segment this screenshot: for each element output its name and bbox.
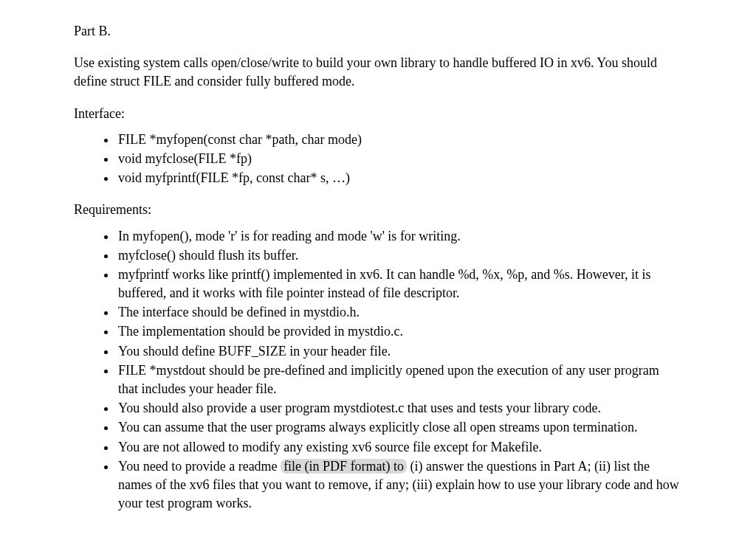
highlighted-text: file (in PDF format) to [281, 459, 407, 474]
list-item: You are not allowed to modify any existi… [117, 438, 682, 457]
list-item: You need to provide a readme file (in PD… [117, 457, 682, 513]
list-item: void myfprintf(FILE *fp, const char* s, … [117, 169, 682, 187]
list-item: In myfopen(), mode 'r' is for reading an… [117, 227, 682, 246]
list-item: You should also provide a user program m… [117, 399, 682, 418]
list-item: The interface should be defined in mystd… [117, 303, 682, 322]
list-item: myfprintf works like printf() implemente… [117, 266, 682, 302]
final-item-prefix: You need to provide a readme [118, 459, 281, 474]
list-item: You can assume that the user programs al… [117, 418, 682, 437]
interface-list: FILE *myfopen(const char *path, char mod… [74, 131, 682, 188]
list-item: You should define BUFF_SIZE in your head… [117, 342, 682, 361]
list-item: The implementation should be provided in… [117, 322, 682, 341]
list-item: FILE *myfopen(const char *path, char mod… [117, 131, 682, 149]
list-item: void myfclose(FILE *fp) [117, 150, 682, 168]
interface-heading: Interface: [74, 105, 682, 123]
list-item: myfclose() should flush its buffer. [117, 246, 682, 265]
requirements-heading: Requirements: [74, 201, 682, 219]
list-item: FILE *mystdout should be pre-defined and… [117, 361, 682, 398]
part-title: Part B. [74, 22, 682, 41]
intro-paragraph: Use existing system calls open/close/wri… [74, 54, 682, 91]
requirements-list: In myfopen(), mode 'r' is for reading an… [74, 227, 682, 513]
